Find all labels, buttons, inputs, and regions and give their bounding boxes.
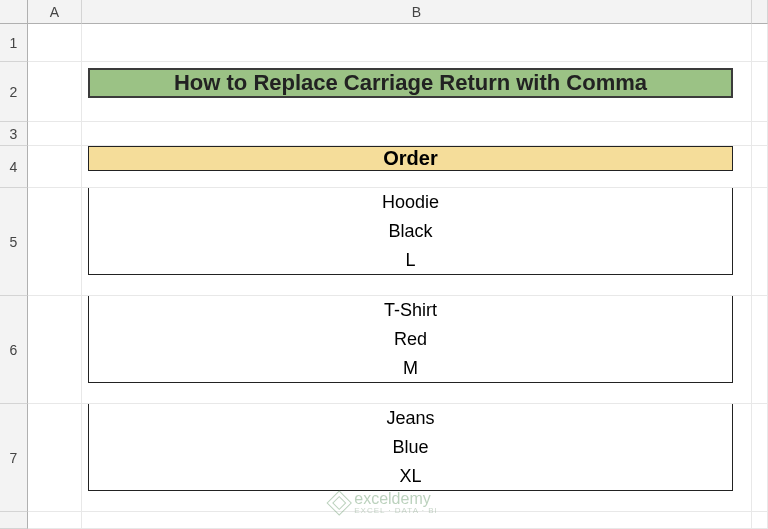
- cell-a1[interactable]: [28, 24, 82, 62]
- row-header-6[interactable]: 6: [0, 296, 28, 404]
- cell-overflow-7: [752, 404, 768, 512]
- order-item: T-Shirt: [384, 296, 437, 325]
- order-size: M: [403, 354, 418, 383]
- cell-a4[interactable]: [28, 146, 82, 188]
- table-header: Order: [88, 146, 733, 171]
- cell-b8[interactable]: [82, 512, 752, 529]
- cell-overflow-8: [752, 512, 768, 529]
- col-header-a[interactable]: A: [28, 0, 82, 24]
- row-header-4[interactable]: 4: [0, 146, 28, 188]
- cell-overflow-2: [752, 62, 768, 122]
- order-color: Red: [394, 325, 427, 354]
- order-color: Blue: [392, 433, 428, 462]
- cell-b1[interactable]: [82, 24, 752, 62]
- cell-a6[interactable]: [28, 296, 82, 404]
- cell-b2[interactable]: How to Replace Carriage Return with Comm…: [82, 62, 752, 122]
- spreadsheet-grid: A B 1 2 How to Replace Carriage Return w…: [0, 0, 768, 529]
- cell-overflow-6: [752, 296, 768, 404]
- cell-a8[interactable]: [28, 512, 82, 529]
- table-row: Hoodie Black L: [88, 188, 733, 275]
- cell-overflow-5: [752, 188, 768, 296]
- cell-a2[interactable]: [28, 62, 82, 122]
- order-item: Jeans: [386, 404, 434, 433]
- table-row: T-Shirt Red M: [88, 296, 733, 383]
- cell-b4[interactable]: Order: [82, 146, 752, 188]
- cell-a7[interactable]: [28, 404, 82, 512]
- row-header-8[interactable]: [0, 512, 28, 529]
- cell-a3[interactable]: [28, 122, 82, 146]
- cell-b3[interactable]: [82, 122, 752, 146]
- order-size: XL: [399, 462, 421, 491]
- cell-overflow-3: [752, 122, 768, 146]
- page-title: How to Replace Carriage Return with Comm…: [88, 68, 733, 98]
- row-header-1[interactable]: 1: [0, 24, 28, 62]
- row-header-5[interactable]: 5: [0, 188, 28, 296]
- cell-a5[interactable]: [28, 188, 82, 296]
- cell-b7[interactable]: Jeans Blue XL: [82, 404, 752, 512]
- col-header-b[interactable]: B: [82, 0, 752, 24]
- cell-b5[interactable]: Hoodie Black L: [82, 188, 752, 296]
- table-row: Jeans Blue XL: [88, 404, 733, 491]
- row-header-2[interactable]: 2: [0, 62, 28, 122]
- order-item: Hoodie: [382, 188, 439, 217]
- cell-b6[interactable]: T-Shirt Red M: [82, 296, 752, 404]
- row-header-7[interactable]: 7: [0, 404, 28, 512]
- col-header-overflow: [752, 0, 768, 24]
- cell-overflow-4: [752, 146, 768, 188]
- row-header-3[interactable]: 3: [0, 122, 28, 146]
- order-color: Black: [388, 217, 432, 246]
- cell-overflow-1: [752, 24, 768, 62]
- select-all-corner[interactable]: [0, 0, 28, 24]
- order-size: L: [405, 246, 415, 275]
